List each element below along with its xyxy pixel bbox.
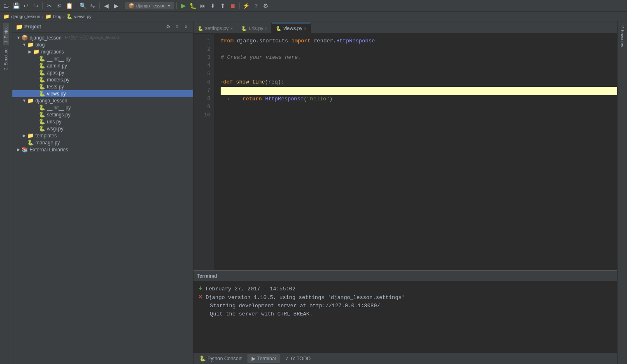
breadcrumb-root[interactable]: django_lesson — [11, 14, 40, 19]
tree-label-urls: urls.py — [47, 119, 61, 125]
breadcrumb-blog[interactable]: blog — [53, 14, 62, 19]
toolbar-open-folder[interactable]: 🗁 — [2, 1, 11, 10]
tree-py-icon-urls: 🐍 — [39, 118, 45, 125]
tab-views[interactable]: 🐍 views.py × — [272, 23, 311, 33]
toolbar-paste[interactable]: 📋 — [65, 1, 74, 10]
terminal-content[interactable]: + February 27, 2017 - 14:55:02 × Django … — [193, 281, 617, 352]
editor-terminal-area: 🐍 settings.py × 🐍 urls.py × 🐍 views.py × — [193, 21, 617, 364]
toolbar-save[interactable]: 💾 — [12, 1, 21, 10]
builtin-httpresponse-1: HttpResponse — [336, 38, 375, 44]
tree-item-migrations[interactable]: ▶ 📁 migrations — [12, 48, 193, 55]
project-panel-settings[interactable]: ⚙ — [164, 23, 172, 30]
toolbar-forward[interactable]: ▶ — [112, 1, 121, 10]
bottom-tab-python-console[interactable]: 🐍 Python Console — [195, 354, 247, 363]
toolbar-stop[interactable]: ⏹ — [228, 1, 237, 10]
toolbar-find[interactable]: 🔍 — [78, 1, 87, 10]
project-selector-label: django_lesson — [136, 3, 165, 8]
tree-py-icon-apps: 🐍 — [39, 70, 45, 76]
toolbar-back[interactable]: ◀ — [102, 1, 111, 10]
breadcrumb-file-icon: 🐍 — [66, 14, 72, 19]
tree-item-tests[interactable]: ▶ 🐍 tests.py — [12, 83, 193, 90]
project-header-icon: 📁 — [16, 23, 23, 30]
tab-close-views[interactable]: × — [304, 26, 306, 31]
toolbar-step-out[interactable]: ⬆ — [218, 1, 227, 10]
tree-py-icon-tests: 🐍 — [39, 83, 45, 90]
breadcrumb-sep-1: › — [42, 14, 44, 19]
bottom-tab-terminal[interactable]: ▶ Terminal — [247, 354, 280, 363]
project-selector-arrow: ▼ — [167, 4, 171, 8]
tree-item-manage[interactable]: ▶ 🐍 manage.py — [12, 139, 193, 146]
tree-item-django-lesson-root[interactable]: ▼ 📦 django_lesson E:\脱产三期\django_lesson — [12, 34, 193, 41]
line-num-7: 7 — [197, 86, 210, 95]
tree-arrow-templates: ▶ — [21, 133, 27, 138]
tree-item-settings[interactable]: ▶ 🐍 settings.py — [12, 111, 193, 118]
tree-folder-icon-templates: 📁 — [27, 132, 34, 139]
toolbar-step-into[interactable]: ⬇ — [208, 1, 217, 10]
terminal-plus-icon: + — [198, 285, 203, 292]
tree-item-templates[interactable]: ▶ 📁 templates — [12, 132, 193, 139]
tab-urls[interactable]: 🐍 urls.py × — [237, 23, 272, 33]
project-panel-close[interactable]: × — [182, 23, 190, 30]
tab-bar: 🐍 settings.py × 🐍 urls.py × 🐍 views.py × — [193, 21, 617, 34]
toolbar-redo[interactable]: ↪ — [31, 1, 40, 10]
tree-py-icon-manage: 🐍 — [27, 139, 34, 146]
tree-item-init-blog[interactable]: ▶ 🐍 __init__.py — [12, 55, 193, 62]
sidebar-tab-project[interactable]: 1: Project — [3, 23, 9, 45]
tree-item-views[interactable]: ▶ 🐍 views.py — [12, 90, 193, 97]
tree-item-models[interactable]: ▶ 🐍 models.py — [12, 76, 193, 83]
toolbar-sep-5 — [176, 2, 177, 9]
toolbar-run[interactable]: ▶ — [179, 1, 188, 10]
tree-item-urls[interactable]: ▶ 🐍 urls.py — [12, 118, 193, 125]
tree-item-init-dj[interactable]: ▶ 🐍 __init__.py — [12, 104, 193, 111]
terminal-line-3: Starting development server at http://12… — [198, 302, 612, 310]
tree-item-django-lesson-pkg[interactable]: ▼ 📁 django_lesson — [12, 97, 193, 104]
comment-1: # Create your views here. — [221, 54, 301, 60]
tree-item-ext-libs[interactable]: ▶ 📚 External Libraries — [12, 146, 193, 153]
terminal-text-1: February 27, 2017 - 14:55:02 — [205, 286, 295, 292]
toolbar-debug[interactable]: 🐛 — [189, 1, 198, 10]
line-num-5: 5 — [197, 70, 210, 78]
toolbar-evaluate[interactable]: ⚡ — [242, 1, 251, 10]
tree-item-blog[interactable]: ▼ 📁 blog — [12, 41, 193, 48]
project-panel-title: Project — [24, 24, 163, 30]
tab-settings[interactable]: 🐍 settings.py × — [193, 23, 237, 33]
tree-item-apps[interactable]: ▶ 🐍 apps.py — [12, 69, 193, 76]
toolbar-undo[interactable]: ↩ — [21, 1, 30, 10]
terminal-line-4: Quit the server with CTRL-BREAK. — [198, 310, 612, 318]
tab-icon-views: 🐍 — [276, 26, 282, 31]
breadcrumb-file[interactable]: views.py — [74, 14, 91, 19]
toolbar-copy[interactable]: ⎘ — [55, 1, 64, 10]
tab-label-urls: urls.py — [249, 26, 263, 31]
code-editor[interactable]: 1 2 3 4 5 6 7 8 9 10 from django.shortcu… — [193, 34, 617, 270]
tab-close-settings[interactable]: × — [230, 26, 233, 31]
sidebar-tab-structure[interactable]: 2: Structure — [3, 46, 9, 72]
project-selector[interactable]: 📦 django_lesson ▼ — [125, 2, 174, 9]
breadcrumb-sep-2: › — [63, 14, 65, 19]
tree-item-wsgi[interactable]: ▶ 🐍 wsgi.py — [12, 125, 193, 132]
toolbar-settings[interactable]: ⚙ — [261, 1, 270, 10]
project-panel-header: 📁 Project ⚙ ≡ × — [12, 21, 193, 32]
tree-folder-icon-migrations: 📁 — [33, 49, 40, 55]
toolbar-cut[interactable]: ✂ — [45, 1, 54, 10]
tree-py-icon-views: 🐍 — [39, 90, 45, 97]
tree-py-icon: 🐍 — [39, 56, 45, 62]
project-panel-collapse-all[interactable]: ≡ — [173, 23, 181, 30]
code-line-5 — [221, 70, 617, 78]
toolbar-replace[interactable]: ⇆ — [88, 1, 97, 10]
collapse-arrow-8[interactable]: ▾ — [227, 97, 230, 102]
bottom-tab-todo[interactable]: ✓ 6: TODO — [281, 354, 315, 363]
bottom-tab-label-python-console: Python Console — [207, 356, 242, 362]
tree-label-blog: blog — [35, 42, 45, 48]
toolbar-help[interactable]: ? — [252, 1, 261, 10]
terminal-text-2: Django version 1.10.5, using settings 'd… — [205, 294, 405, 301]
toolbar: 🗁 💾 ↩ ↪ ✂ ⎘ 📋 🔍 ⇆ ◀ ▶ 📦 django_lesson ▼ … — [0, 0, 627, 12]
code-content[interactable]: from django.shortcuts import render,Http… — [214, 34, 617, 270]
tree-label-init-blog: __init__.py — [47, 56, 71, 62]
terminal-x-icon: × — [198, 294, 203, 301]
toolbar-step[interactable]: ⏭ — [198, 1, 207, 10]
tree-item-admin[interactable]: ▶ 🐍 admin.py — [12, 62, 193, 69]
tab-close-urls[interactable]: × — [265, 26, 268, 31]
line-numbers: 1 2 3 4 5 6 7 8 9 10 — [193, 34, 214, 270]
tab-label-settings: settings.py — [205, 26, 228, 31]
favorites-tab[interactable]: 2: Favorites — [619, 23, 625, 49]
